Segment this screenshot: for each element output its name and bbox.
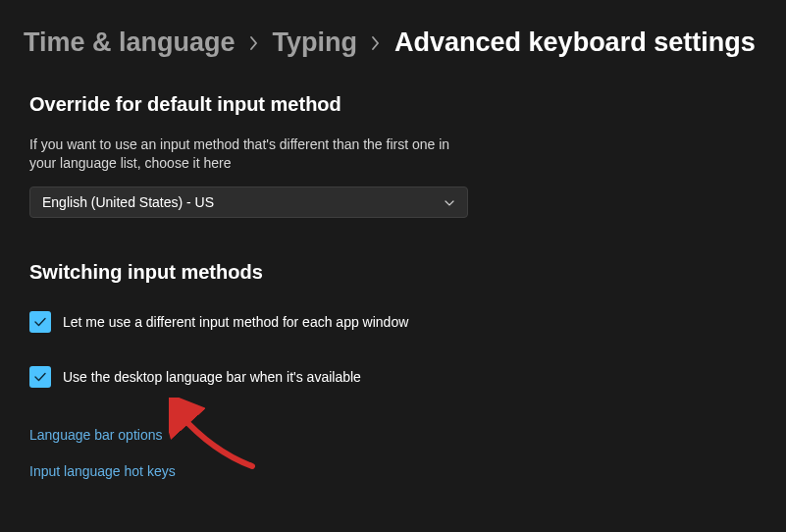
override-title: Override for default input method: [29, 93, 757, 116]
checkbox-per-app-label: Let me use a different input method for …: [63, 314, 408, 330]
chevron-right-icon: [249, 35, 259, 51]
breadcrumb: Time & language Typing Advanced keyboard…: [0, 0, 786, 58]
checkbox-per-app-window[interactable]: [29, 311, 51, 333]
checkbox-row-language-bar: Use the desktop language bar when it's a…: [29, 366, 757, 388]
override-section: Override for default input method If you…: [0, 93, 786, 218]
chevron-right-icon: [371, 35, 381, 51]
checkmark-icon: [32, 314, 48, 330]
chevron-down-icon: [444, 193, 455, 211]
breadcrumb-time-language[interactable]: Time & language: [24, 27, 236, 58]
checkbox-language-bar-label: Use the desktop language bar when it's a…: [63, 369, 361, 385]
input-language-hotkeys-link[interactable]: Input language hot keys: [29, 463, 176, 479]
language-bar-options-link[interactable]: Language bar options: [29, 427, 162, 443]
override-description: If you want to use an input method that'…: [29, 135, 471, 173]
switching-section: Switching input methods Let me use a dif…: [0, 261, 786, 480]
input-method-dropdown[interactable]: English (United States) - US: [29, 186, 468, 218]
checkmark-icon: [32, 369, 48, 385]
breadcrumb-current: Advanced keyboard settings: [394, 27, 756, 58]
dropdown-selected-value: English (United States) - US: [42, 194, 455, 210]
breadcrumb-typing[interactable]: Typing: [273, 27, 357, 58]
checkbox-row-per-app: Let me use a different input method for …: [29, 311, 757, 333]
checkbox-desktop-language-bar[interactable]: [29, 366, 51, 388]
switching-title: Switching input methods: [29, 261, 757, 284]
